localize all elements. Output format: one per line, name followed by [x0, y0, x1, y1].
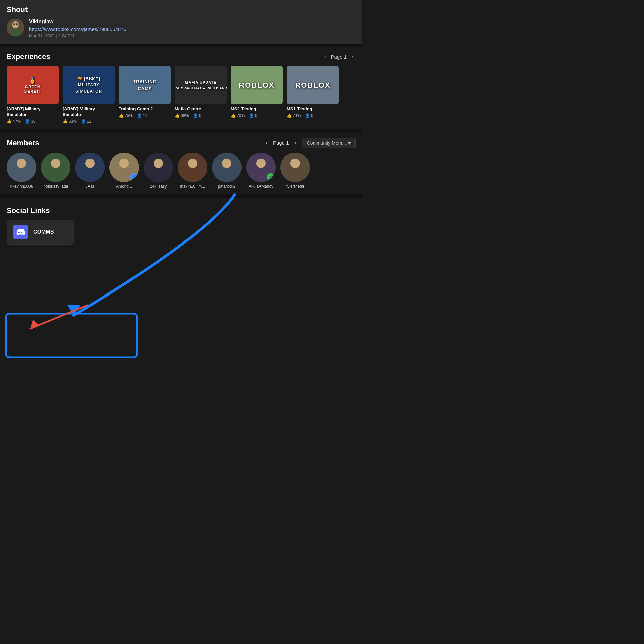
- members-prev-button[interactable]: ‹: [264, 139, 270, 147]
- member-name: Kkevinn2008: [10, 184, 33, 189]
- game-rating: 👍 53%: [63, 119, 77, 124]
- member-name: maxin10_lm...: [180, 184, 205, 189]
- page-label: Page 1: [331, 54, 347, 60]
- game-players: 👤 0: [193, 113, 201, 118]
- game-rating: 👍 71%: [287, 113, 301, 118]
- member-card[interactable]: maxin10_lm...: [178, 153, 207, 189]
- member-card[interactable]: 24k_sasy: [144, 153, 173, 189]
- next-page-button[interactable]: ›: [350, 53, 356, 61]
- social-links-title: Social Links: [7, 206, 356, 215]
- svg-point-21: [188, 159, 197, 168]
- game-name: [ARMY] Military Simulator: [63, 106, 115, 118]
- member-badge: 👤: [130, 173, 138, 181]
- avatar: [41, 153, 70, 182]
- shout-content: Vikinglaw https://www.roblox.com/games/2…: [7, 19, 356, 38]
- chevron-down-icon: ▾: [348, 140, 351, 146]
- separator-1: [0, 44, 362, 47]
- thumbs-up-icon: 👍: [287, 113, 292, 118]
- svg-marker-33: [67, 305, 80, 315]
- avatar: [178, 153, 207, 182]
- game-card[interactable]: 🏅GREENBERET![ARMY!] Military Simulator 👍…: [7, 66, 59, 124]
- experiences-title: Experiences: [7, 52, 50, 61]
- svg-point-15: [119, 159, 129, 168]
- game-stats: 👍 47% 👤 36: [7, 119, 59, 124]
- game-name: MS2 Testing: [231, 106, 283, 112]
- game-stats: 👍 75% 👤 12: [119, 113, 171, 118]
- members-controls: ‹ Page 1 › Community Mem... ▾: [264, 138, 356, 148]
- game-stats: 👍 68% 👤 0: [175, 113, 227, 118]
- person-icon: 👤: [25, 119, 30, 124]
- discord-label: COMMS: [33, 229, 54, 235]
- svg-point-18: [154, 159, 163, 168]
- separator-2: [0, 129, 362, 132]
- game-card[interactable]: TRAININGCAMPTraining Camp 2 👍 75% 👤 12: [119, 66, 171, 124]
- member-name: AkulaArkanov: [249, 184, 273, 189]
- game-players: 👤 12: [137, 113, 147, 118]
- member-card[interactable]: notsussy_atal: [41, 153, 70, 189]
- avatar: [7, 153, 36, 182]
- avatar: 👤: [109, 153, 139, 182]
- member-name: 24k_sasy: [150, 184, 167, 189]
- member-card[interactable]: tylerthethi: [280, 153, 310, 189]
- game-card[interactable]: ROBLOXMS1 Testing 👍 71% 👤 0: [287, 66, 339, 124]
- svg-rect-22: [184, 170, 201, 182]
- svg-marker-34: [30, 319, 39, 329]
- member-name: Among...: [116, 184, 132, 189]
- game-name: MS1 Testing: [287, 106, 339, 112]
- game-rating: 👍 47%: [7, 119, 21, 124]
- separator-3: [0, 194, 362, 198]
- game-name: Training Camp 2: [119, 106, 171, 112]
- avatar: [280, 153, 310, 182]
- members-next-button[interactable]: ›: [292, 139, 299, 147]
- shout-username: Vikinglaw: [29, 19, 356, 25]
- member-name: patarock2: [218, 184, 236, 189]
- thumbs-up-icon: 👍: [231, 113, 236, 118]
- svg-point-30: [290, 159, 300, 168]
- game-rating: 👍 70%: [231, 113, 245, 118]
- member-card[interactable]: 🎮AkulaArkanov: [246, 153, 276, 189]
- svg-rect-31: [287, 170, 303, 182]
- experiences-header: Experiences ‹ Page 1 ›: [7, 52, 356, 61]
- social-links-section: Social Links COMMS: [0, 201, 362, 250]
- person-icon: 👤: [137, 113, 142, 118]
- member-card[interactable]: 👤Among...: [109, 153, 139, 189]
- member-badge: 🎮: [267, 173, 274, 181]
- game-stats: 👍 71% 👤 0: [287, 113, 339, 118]
- svg-point-1: [12, 21, 19, 28]
- thumbs-up-icon: 👍: [7, 119, 12, 124]
- avatar: [144, 153, 173, 182]
- game-name: Mafia Centre: [175, 106, 227, 112]
- avatar: [75, 153, 105, 182]
- discord-social-card[interactable]: COMMS: [7, 220, 74, 245]
- svg-point-9: [51, 159, 60, 168]
- shout-link[interactable]: https://www.roblox.com/games/2988554876: [29, 26, 356, 32]
- member-name: tylerthethi: [286, 184, 304, 189]
- shout-info: Vikinglaw https://www.roblox.com/games/2…: [29, 19, 356, 38]
- svg-rect-25: [219, 170, 235, 182]
- game-players: 👤 12: [81, 119, 91, 124]
- svg-point-12: [85, 159, 95, 168]
- member-name: JAaz: [86, 184, 95, 189]
- member-card[interactable]: JAaz: [75, 153, 105, 189]
- prev-page-button[interactable]: ‹: [322, 53, 328, 61]
- game-card[interactable]: ROBLOXMS2 Testing 👍 70% 👤 0: [231, 66, 283, 124]
- discord-icon: [13, 225, 28, 239]
- thumbs-up-icon: 👍: [63, 119, 68, 124]
- svg-rect-16: [116, 170, 132, 182]
- members-grid: Kkevinn2008 notsussy_atal JAaz 👤Among...: [7, 153, 356, 189]
- game-card[interactable]: 🔫 [ARMY]MILITARYSIMULATOR[ARMY] Military…: [63, 66, 115, 124]
- members-title: Members: [7, 139, 39, 147]
- svg-point-4: [16, 23, 18, 25]
- game-rating: 👍 68%: [175, 113, 189, 118]
- member-card[interactable]: patarock2: [212, 153, 241, 189]
- game-card[interactable]: MAFIA UPDATESTART YOUR OWN MAFIA, BUILD …: [175, 66, 227, 124]
- svg-point-3: [13, 23, 15, 25]
- person-icon: 👤: [81, 119, 86, 124]
- svg-point-24: [222, 159, 231, 168]
- members-dropdown[interactable]: Community Mem... ▾: [302, 138, 356, 148]
- thumbs-up-icon: 👍: [119, 113, 124, 118]
- member-card[interactable]: Kkevinn2008: [7, 153, 36, 189]
- game-players: 👤 36: [25, 119, 35, 124]
- person-icon: 👤: [305, 113, 310, 118]
- game-name: [ARMY!] Military Simulator: [7, 106, 59, 118]
